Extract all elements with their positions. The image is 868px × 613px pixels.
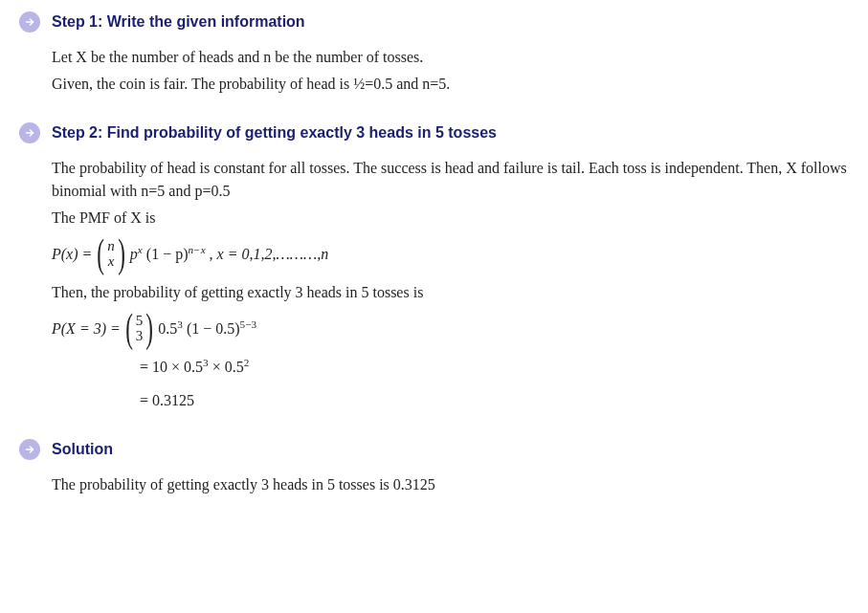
step-1-body: Let X be the number of heads and n be th… [52, 46, 849, 96]
pmf-domain: , x = 0,1,2,………,n [210, 247, 329, 263]
px3-mid: (1 − 0.5) [187, 320, 240, 337]
step-1-line-2: Given, the coin is fair. The probability… [52, 73, 849, 96]
arrow-right-icon [19, 439, 40, 460]
pmf-lhs: P(x) = [52, 243, 92, 266]
px3-exp1: 3 [177, 318, 183, 330]
step-2-header: Step 2: Find probability of getting exac… [19, 122, 849, 143]
step-2-para-2: The PMF of X is [52, 207, 849, 230]
solution-text: The probability of getting exactly 3 hea… [52, 473, 849, 496]
step-1-line-1: Let X be the number of heads and n be th… [52, 46, 849, 69]
equation-px3-line2: = 10 × 0.53 × 0.52 [52, 355, 849, 379]
arrow-right-icon [19, 122, 40, 143]
equation-pmf: P(x) = ( n x ) px (1 − p)n−x , x = 0,1,2… [52, 237, 849, 272]
arrow-right-icon [19, 11, 40, 33]
solution-block: Solution The probability of getting exac… [19, 439, 849, 496]
pmf-exp-nmx: n−x [188, 244, 205, 255]
binom-bot-3: 3 [136, 329, 144, 344]
step-1-block: Step 1: Write the given information Let … [19, 11, 849, 96]
binomial-5-3: ( 5 3 ) [122, 312, 157, 346]
pmf-exp-x: x [138, 244, 143, 255]
solution-title: Solution [52, 441, 113, 458]
binom-bot: x [108, 254, 115, 270]
pmf-p: p [130, 247, 138, 263]
px3-exp2: 5−3 [240, 318, 257, 330]
solution-header: Solution [19, 439, 849, 460]
px3-line2-e2: 2 [244, 357, 250, 368]
px3-line2-mid: × 0.5 [209, 360, 244, 376]
px3-line2-pre: = 10 × 0.5 [140, 360, 203, 376]
px3-base1: 0.5 [158, 320, 177, 337]
pmf-1mp: (1 − p) [146, 247, 189, 263]
solution-body: The probability of getting exactly 3 hea… [52, 473, 849, 496]
step-2-title: Step 2: Find probability of getting exac… [52, 124, 497, 142]
step-2-body: The probability of head is constant for … [52, 157, 849, 412]
binom-top: n [107, 239, 115, 254]
step-2-para-3: Then, the probability of getting exactly… [52, 281, 849, 304]
px3-result: = 0.3125 [140, 389, 194, 412]
binom-top-5: 5 [136, 314, 144, 329]
step-1-title: Step 1: Write the given information [52, 13, 305, 31]
equation-px3-line3: = 0.3125 [52, 389, 849, 412]
px3-lhs: P(X = 3) = [52, 317, 121, 340]
step-2-para-1: The probability of head is constant for … [52, 157, 849, 203]
step-2-block: Step 2: Find probability of getting exac… [19, 122, 849, 412]
step-1-header: Step 1: Write the given information [19, 11, 849, 33]
equation-px3-line1: P(X = 3) = ( 5 3 ) 0.53 (1 − 0.5)5−3 [52, 312, 849, 346]
binomial-n-x: ( n x ) [94, 237, 128, 272]
